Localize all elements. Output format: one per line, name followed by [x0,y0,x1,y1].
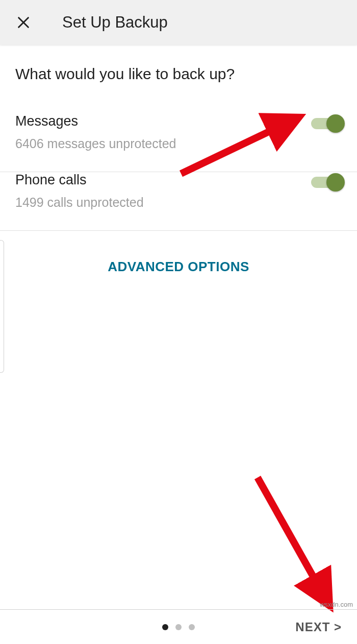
option-messages: Messages 6406 messages unprotected [0,113,357,172]
option-messages-text: Messages 6406 messages unprotected [15,113,311,151]
side-panel-edge [0,240,4,373]
svg-line-5 [258,478,326,600]
next-button[interactable]: NEXT > [295,620,342,634]
watermark: wsxdn.com [320,601,353,608]
pagination-dots [162,624,195,630]
option-calls: Phone calls 1499 calls unprotected [0,172,357,231]
advanced-options-link[interactable]: ADVANCED OPTIONS [15,231,342,303]
toggle-calls[interactable] [311,173,342,192]
close-button[interactable] [15,14,32,31]
main-content: What would you like to back up? Messages… [0,45,357,303]
header-title: Set Up Backup [62,13,168,32]
option-calls-title: Phone calls [15,172,311,188]
option-calls-subtitle: 1499 calls unprotected [15,195,311,210]
toggle-thumb [326,114,345,133]
close-icon [16,15,31,30]
page-dot-3[interactable] [189,624,195,630]
page-dot-2[interactable] [175,624,182,630]
bottom-bar: NEXT > [0,609,357,644]
toggle-messages[interactable] [311,114,342,133]
page-question: What would you like to back up? [15,65,342,83]
annotation-arrow-next [250,470,342,618]
toggle-thumb [326,173,345,192]
page-dot-1[interactable] [162,624,168,630]
option-calls-text: Phone calls 1499 calls unprotected [15,172,311,210]
app-header: Set Up Backup [0,0,357,45]
option-messages-subtitle: 6406 messages unprotected [15,136,311,151]
option-messages-title: Messages [15,113,311,129]
